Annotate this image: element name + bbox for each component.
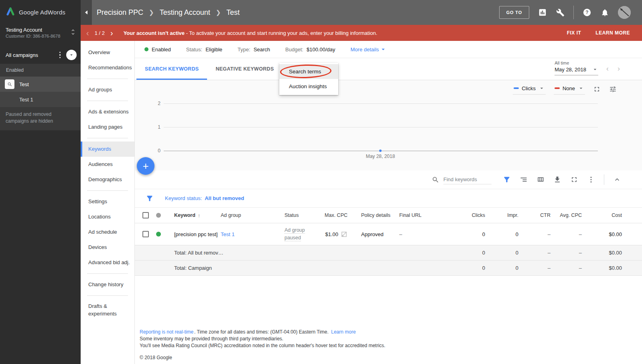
collapse-sidebar-button[interactable] bbox=[81, 0, 92, 25]
column-final-url[interactable]: Final URL bbox=[399, 212, 443, 218]
adwords-logo-icon bbox=[6, 6, 15, 18]
breadcrumb-separator-icon: ❯ bbox=[216, 9, 221, 16]
primary-metric-select[interactable]: Clicks bbox=[513, 84, 546, 95]
date-prev-icon[interactable]: ‹ bbox=[606, 65, 609, 72]
avatar[interactable] bbox=[618, 6, 631, 19]
menu-item-search-terms[interactable]: Search terms bbox=[279, 64, 338, 79]
breadcrumb-account[interactable]: Precision PPC bbox=[97, 8, 143, 17]
nav-item-demographics[interactable]: Demographics bbox=[81, 172, 134, 187]
columns-icon[interactable] bbox=[536, 176, 544, 184]
more-vert-icon[interactable] bbox=[587, 176, 595, 184]
campaign-item-test-1[interactable]: Test 1 bbox=[0, 92, 81, 107]
pager-prev-icon[interactable]: ‹ bbox=[86, 29, 89, 37]
pager-next-icon[interactable]: › bbox=[110, 29, 113, 37]
total-filtered-row: Total: All but remov… 0 0 – – $0.00 bbox=[135, 245, 642, 261]
date-next-icon[interactable]: › bbox=[618, 65, 620, 72]
account-switcher[interactable]: Testing Account Customer ID: 386-876-867… bbox=[0, 24, 81, 43]
nav-item-locations[interactable]: Locations bbox=[81, 209, 134, 224]
nav-item-change-history[interactable]: Change history bbox=[81, 277, 134, 292]
max-cpc-cell[interactable]: $1.00 bbox=[320, 231, 347, 238]
nav-item-ad-schedule[interactable]: Ad schedule bbox=[81, 224, 134, 240]
date-range-select[interactable]: All time May 28, 2018 bbox=[555, 61, 598, 75]
nav-item-overview[interactable]: Overview bbox=[81, 45, 134, 60]
all-campaigns-row[interactable]: All campaigns bbox=[0, 46, 81, 64]
column-avg-cpc[interactable]: Avg. CPC bbox=[551, 212, 582, 218]
segment-icon[interactable] bbox=[520, 176, 528, 184]
column-clicks[interactable]: Clicks bbox=[443, 212, 485, 218]
nav-item-keywords[interactable]: Keywords bbox=[81, 142, 134, 157]
billing-alert-banner: ‹ 1 / 2 › Your account isn't active - To… bbox=[81, 25, 642, 41]
footer-line-1: Reporting is not real-time. Time zone fo… bbox=[140, 329, 385, 336]
nav-item-landing-pages[interactable]: Landing pages bbox=[81, 119, 134, 135]
timezone-text: . Time zone for all dates and times: (GM… bbox=[194, 329, 329, 335]
expand-icon[interactable] bbox=[570, 176, 578, 184]
collapse-panel-button[interactable] bbox=[66, 50, 77, 60]
chart-settings-icon[interactable] bbox=[609, 85, 617, 93]
reports-icon[interactable] bbox=[538, 8, 547, 17]
nav-item-ad-groups[interactable]: Ad groups bbox=[81, 82, 134, 97]
nav-item-recommendations[interactable]: Recommendations bbox=[81, 60, 134, 75]
fix-it-button[interactable]: FIX IT bbox=[567, 30, 581, 36]
menu-item-auction-insights[interactable]: Auction insights bbox=[279, 79, 338, 94]
keyword-status-filter[interactable]: Keyword status: All but removed bbox=[165, 195, 244, 201]
filter-icon bbox=[146, 194, 154, 202]
learn-more-button[interactable]: LEARN MORE bbox=[595, 30, 630, 36]
help-icon[interactable]: ? bbox=[583, 8, 591, 17]
nav-item-advanced-bid-adj[interactable]: Advanced bid adj. bbox=[81, 255, 134, 270]
campaign-type: Type: Search bbox=[238, 47, 270, 53]
header-actions: GO TO ? bbox=[499, 6, 642, 19]
divider bbox=[87, 101, 128, 101]
top-header: Precision PPC ❯ Testing Account ❯ Test G… bbox=[81, 0, 642, 25]
select-all-checkbox[interactable] bbox=[142, 212, 149, 218]
column-ctr[interactable]: CTR bbox=[518, 212, 551, 218]
more-details-link[interactable]: More details bbox=[351, 46, 387, 53]
search-input[interactable] bbox=[443, 175, 492, 184]
nav-item-devices[interactable]: Devices bbox=[81, 240, 134, 255]
notifications-bell-icon[interactable] bbox=[600, 8, 609, 17]
hidden-campaigns-note: Paused and removed campaigns are hidden bbox=[0, 107, 81, 130]
keywords-tab-dropdown: Search terms Auction insights bbox=[279, 63, 338, 95]
column-impr[interactable]: Impr. bbox=[485, 212, 518, 218]
column-policy-details[interactable]: Policy details bbox=[347, 212, 399, 218]
column-keyword[interactable]: Keyword ↑ bbox=[174, 212, 221, 218]
chart-fullscreen-icon[interactable] bbox=[593, 85, 601, 93]
column-status[interactable]: Status bbox=[284, 212, 320, 218]
unfold-icon[interactable] bbox=[69, 28, 77, 37]
tools-icon[interactable] bbox=[556, 8, 565, 17]
breadcrumb-subaccount[interactable]: Testing Account bbox=[160, 8, 210, 17]
pager-count: 1 / 2 bbox=[95, 30, 105, 36]
column-cost[interactable]: Cost bbox=[582, 212, 622, 218]
learn-more-link[interactable]: Learn more bbox=[331, 329, 356, 335]
row-checkbox[interactable] bbox=[142, 231, 149, 237]
status-label: Status: bbox=[186, 47, 202, 53]
campaign-name: Test 1 bbox=[19, 97, 33, 103]
campaign-sidebar: Google AdWords Testing Account Customer … bbox=[0, 0, 81, 364]
filter-icon[interactable] bbox=[503, 176, 511, 184]
column-ad-group[interactable]: Ad group bbox=[221, 212, 284, 218]
tab-negative-keywords[interactable]: NEGATIVE KEYWORDS bbox=[207, 58, 282, 80]
add-keyword-fab[interactable]: + bbox=[137, 157, 154, 175]
go-to-button[interactable]: GO TO bbox=[499, 6, 529, 19]
ad-group-link[interactable]: Test 1 bbox=[221, 231, 284, 237]
collapse-table-icon[interactable] bbox=[613, 176, 621, 184]
enabled-dot-icon bbox=[156, 232, 161, 237]
nav-item-ads-extensions[interactable]: Ads & extensions bbox=[81, 104, 134, 119]
campaign-item-test[interactable]: Test bbox=[0, 77, 81, 92]
nav-item-settings[interactable]: Settings bbox=[81, 194, 134, 209]
divider bbox=[604, 174, 604, 185]
nav-item-audiences[interactable]: Audiences bbox=[81, 157, 134, 172]
download-icon[interactable] bbox=[553, 176, 561, 184]
tab-search-keywords[interactable]: SEARCH KEYWORDS bbox=[136, 58, 207, 80]
series-red-dash-icon bbox=[555, 87, 560, 89]
type-value: Search bbox=[254, 47, 270, 53]
more-vert-icon[interactable] bbox=[55, 49, 65, 61]
reporting-link[interactable]: Reporting is not real-time bbox=[140, 329, 193, 335]
nav-item-drafts-experiments[interactable]: Drafts & experiments bbox=[81, 299, 134, 321]
breadcrumb-campaign[interactable]: Test bbox=[226, 8, 240, 17]
campaign-status: Status: Eligible bbox=[186, 47, 222, 53]
footer-line-3: You'll see Media Rating Council (MRC) ac… bbox=[140, 342, 385, 349]
clicks-cell: 0 bbox=[443, 265, 485, 271]
column-max-cpc[interactable]: Max. CPC bbox=[320, 212, 347, 218]
secondary-metric-select[interactable]: None bbox=[554, 84, 585, 95]
column-label: Keyword bbox=[174, 212, 195, 218]
